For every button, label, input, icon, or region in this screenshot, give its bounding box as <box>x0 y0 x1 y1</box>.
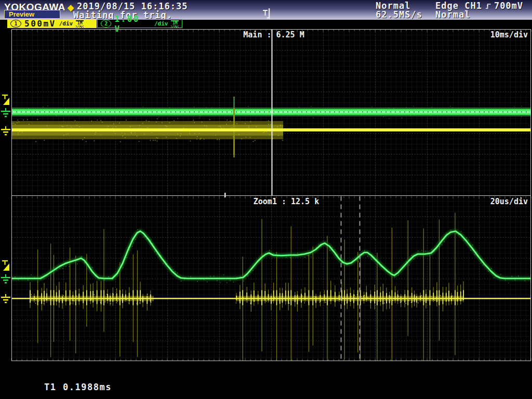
main-timebase: 10ms/div <box>490 30 528 39</box>
t1-label: T1 <box>44 382 63 391</box>
t1-value: 0.1988ms <box>63 382 112 391</box>
cursor-t1-row: T10.1988ms <box>44 382 112 391</box>
min-readouts: Min(C1)-1020mV Min(C2)-0.47 V <box>392 378 483 399</box>
zoom-window-title: Zoom1 : 12.5 k <box>254 197 319 206</box>
zoom-timebase: 20us/div <box>490 197 528 206</box>
max-readouts: Max(C1)2160mV Max(C2)2.58 V <box>257 378 341 399</box>
cursor-readouts: T10.1988ms T20.2060ms V1-460mV V2130mV <box>44 361 112 399</box>
oscilloscope-screen: YOKOGAWA◆ 2019/08/15 16:16:35 Waiting fo… <box>0 0 532 399</box>
main-window-title: Main : 6.25 M <box>243 30 304 39</box>
